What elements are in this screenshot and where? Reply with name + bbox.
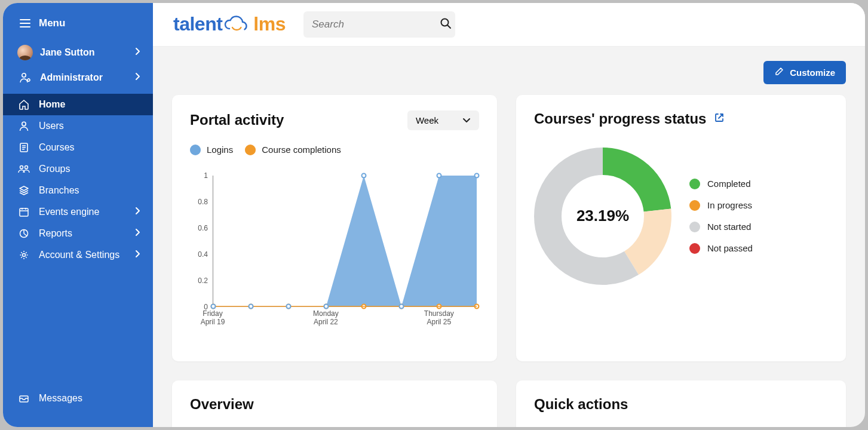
logo-text-2: lms — [253, 13, 286, 35]
cards-row: Portal activity Week Logins — [172, 95, 846, 361]
svg-point-23 — [362, 173, 366, 177]
legend-label: Course completions — [262, 145, 341, 155]
card-header: Portal activity Week — [190, 110, 479, 130]
sidebar-nav: Home Users Courses Groups Branches Event… — [3, 94, 153, 266]
sidebar: Menu Jane Sutton Administrator Home — [3, 3, 153, 427]
admin-icon — [17, 72, 33, 83]
edit-icon — [774, 67, 784, 78]
logo: talent lms — [173, 13, 286, 35]
chevron-right-icon — [135, 228, 141, 239]
quick-actions-title: Quick actions — [534, 396, 828, 413]
svg-rect-6 — [20, 208, 28, 216]
svg-point-21 — [287, 304, 291, 308]
legend-label: Completed — [707, 179, 751, 189]
sidebar-item-groups[interactable]: Groups — [3, 158, 153, 180]
topbar: talent lms — [153, 3, 865, 47]
svg-point-2 — [22, 122, 26, 125]
sidebar-item-settings[interactable]: Account & Settings — [3, 244, 153, 266]
nav-label: Branches — [39, 185, 79, 196]
chevron-right-icon — [135, 47, 141, 58]
external-link-icon[interactable] — [713, 112, 725, 126]
quick-actions-card: Quick actions — [516, 380, 846, 427]
nav-label: Users — [39, 121, 64, 131]
sidebar-role[interactable]: Administrator — [3, 66, 153, 89]
layers-icon — [17, 185, 30, 196]
period-select[interactable]: Week — [407, 110, 479, 130]
pie-icon — [17, 228, 30, 239]
overview-card: Overview — [172, 380, 497, 427]
sidebar-item-messages[interactable]: Messages — [3, 388, 153, 409]
legend-label: In progress — [707, 200, 752, 210]
legend-completed: Completed — [689, 179, 753, 189]
search-box[interactable] — [303, 11, 455, 38]
svg-point-24 — [400, 304, 404, 308]
svg-point-26 — [475, 173, 479, 177]
portal-activity-title: Portal activity — [190, 112, 284, 128]
sidebar-item-branches[interactable]: Branches — [3, 180, 153, 201]
gear-icon — [17, 250, 30, 260]
search-icon[interactable] — [440, 17, 452, 32]
legend-not-started: Not started — [689, 222, 753, 232]
svg-point-0 — [22, 73, 26, 77]
legend-in-progress: In progress — [689, 200, 753, 211]
progress-title: Courses' progress status — [534, 110, 706, 127]
legend-label: Not started — [707, 222, 751, 232]
customize-row: Customize — [172, 61, 846, 84]
logo-text-1: talent — [173, 13, 222, 35]
nav-label: Messages — [39, 393, 82, 404]
donut-center-value: 23.19% — [534, 148, 671, 285]
search-input[interactable] — [312, 19, 440, 30]
inbox-icon — [17, 393, 30, 404]
progress-status-card: Courses' progress status 23.19% Complete… — [516, 95, 846, 361]
avatar — [17, 45, 33, 60]
nav-label: Reports — [39, 228, 72, 239]
legend-label: Not passed — [707, 243, 753, 253]
svg-point-19 — [211, 304, 216, 308]
legend-logins: Logins — [190, 145, 233, 155]
svg-point-22 — [324, 304, 329, 308]
svg-point-25 — [437, 173, 441, 177]
legend-dot-icon — [190, 145, 201, 155]
nav-label: Events engine — [39, 207, 99, 217]
overview-title: Overview — [190, 396, 479, 413]
legend-dot-icon — [245, 145, 256, 155]
sidebar-item-reports[interactable]: Reports — [3, 223, 153, 244]
legend-label: Logins — [207, 145, 233, 155]
legend-not-passed: Not passed — [689, 243, 753, 254]
hamburger-icon — [20, 19, 30, 27]
activity-chart: 00.20.40.60.81 FridayApril 19MondayApril… — [190, 176, 477, 331]
chevron-right-icon — [135, 72, 141, 83]
book-icon — [17, 142, 30, 153]
home-icon — [17, 99, 30, 110]
user-name: Jane Sutton — [40, 47, 95, 58]
cards-row-2: Overview Quick actions — [172, 380, 846, 427]
sidebar-item-home[interactable]: Home — [3, 94, 153, 115]
nav-label: Courses — [39, 142, 75, 153]
portal-activity-card: Portal activity Week Logins — [172, 95, 497, 361]
customize-button[interactable]: Customize — [763, 61, 846, 84]
nav-label: Home — [39, 99, 65, 110]
user-icon — [17, 121, 30, 131]
sidebar-item-users[interactable]: Users — [3, 115, 153, 137]
sidebar-item-events[interactable]: Events engine — [3, 201, 153, 223]
main: talent lms Customize — [153, 3, 865, 427]
donut-wrap: 23.19% Completed In progress Not started… — [534, 148, 828, 285]
legend-completions: Course completions — [245, 145, 341, 155]
svg-rect-9 — [20, 396, 28, 402]
nav-label: Account & Settings — [39, 250, 119, 260]
sidebar-item-courses[interactable]: Courses — [3, 137, 153, 158]
calendar-icon — [17, 207, 30, 217]
svg-point-5 — [25, 166, 28, 169]
sidebar-profile[interactable]: Jane Sutton — [3, 39, 153, 66]
groups-icon — [17, 164, 30, 174]
legend-dot-icon — [689, 222, 700, 232]
period-value: Week — [416, 115, 438, 125]
app-frame: Menu Jane Sutton Administrator Home — [3, 3, 865, 427]
customize-label: Customize — [790, 67, 835, 78]
menu-toggle[interactable]: Menu — [3, 13, 153, 39]
svg-point-1 — [27, 79, 30, 81]
chevron-right-icon — [135, 250, 141, 260]
menu-label: Menu — [39, 17, 65, 29]
svg-point-20 — [249, 304, 253, 308]
nav-label: Groups — [39, 164, 70, 174]
